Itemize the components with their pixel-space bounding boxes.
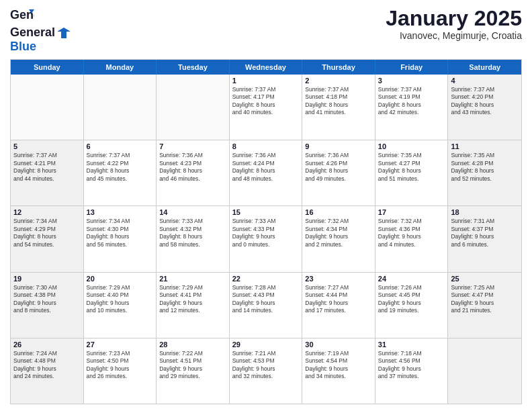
day-info: Sunrise: 7:34 AM Sunset: 4:29 PM Dayligh…	[13, 218, 81, 248]
day-info: Sunrise: 7:34 AM Sunset: 4:30 PM Dayligh…	[87, 218, 154, 248]
calendar-cell-27: 27Sunrise: 7:23 AM Sunset: 4:50 PM Dayli…	[84, 338, 157, 404]
day-number: 2	[305, 77, 372, 85]
calendar-cell-2: 2Sunrise: 7:37 AM Sunset: 4:18 PM Daylig…	[302, 75, 375, 140]
calendar-cell-empty	[11, 75, 84, 140]
calendar-cell-14: 14Sunrise: 7:33 AM Sunset: 4:32 PM Dayli…	[157, 206, 230, 271]
logo-bird-icon	[57, 26, 71, 40]
day-number: 10	[378, 142, 445, 150]
day-number: 13	[87, 208, 154, 216]
day-number: 4	[451, 77, 519, 85]
calendar-cell-19: 19Sunrise: 7:30 AM Sunset: 4:38 PM Dayli…	[11, 273, 84, 338]
day-number: 12	[13, 208, 81, 216]
day-number: 9	[305, 142, 372, 150]
calendar-cell-22: 22Sunrise: 7:28 AM Sunset: 4:43 PM Dayli…	[230, 273, 303, 338]
day-number: 24	[378, 275, 445, 283]
day-number: 7	[159, 142, 226, 150]
logo-general: General	[10, 26, 55, 40]
calendar-cell-30: 30Sunrise: 7:19 AM Sunset: 4:54 PM Dayli…	[302, 338, 375, 404]
day-info: Sunrise: 7:37 AM Sunset: 4:22 PM Dayligh…	[87, 152, 154, 183]
calendar-cell-empty	[84, 75, 157, 140]
day-number: 23	[305, 275, 372, 283]
day-number: 5	[13, 142, 81, 150]
day-info: Sunrise: 7:31 AM Sunset: 4:37 PM Dayligh…	[451, 218, 519, 248]
day-info: Sunrise: 7:33 AM Sunset: 4:32 PM Dayligh…	[159, 218, 226, 248]
calendar-cell-20: 20Sunrise: 7:29 AM Sunset: 4:40 PM Dayli…	[84, 273, 157, 338]
day-number: 8	[232, 142, 300, 150]
calendar-cell-empty	[157, 75, 230, 140]
day-info: Sunrise: 7:30 AM Sunset: 4:38 PM Dayligh…	[13, 284, 81, 315]
day-info: Sunrise: 7:28 AM Sunset: 4:43 PM Dayligh…	[232, 284, 300, 315]
day-info: Sunrise: 7:26 AM Sunset: 4:45 PM Dayligh…	[378, 284, 445, 315]
day-number: 29	[232, 340, 300, 349]
calendar-cell-17: 17Sunrise: 7:32 AM Sunset: 4:36 PM Dayli…	[375, 206, 449, 271]
day-info: Sunrise: 7:36 AM Sunset: 4:26 PM Dayligh…	[305, 152, 372, 183]
day-number: 15	[232, 208, 300, 216]
day-info: Sunrise: 7:35 AM Sunset: 4:27 PM Dayligh…	[378, 152, 445, 183]
day-info: Sunrise: 7:37 AM Sunset: 4:19 PM Dayligh…	[378, 86, 445, 117]
weekday-header-monday: Monday	[84, 60, 157, 75]
day-info: Sunrise: 7:32 AM Sunset: 4:34 PM Dayligh…	[305, 218, 372, 248]
day-info: Sunrise: 7:37 AM Sunset: 4:18 PM Dayligh…	[305, 86, 372, 117]
weekday-header-friday: Friday	[375, 60, 449, 75]
day-info: Sunrise: 7:32 AM Sunset: 4:36 PM Dayligh…	[378, 218, 445, 248]
calendar-cell-16: 16Sunrise: 7:32 AM Sunset: 4:34 PM Dayli…	[302, 206, 375, 271]
calendar-cell-18: 18Sunrise: 7:31 AM Sunset: 4:37 PM Dayli…	[448, 206, 521, 271]
day-number: 22	[232, 275, 300, 283]
day-number: 17	[378, 208, 445, 216]
calendar-cell-12: 12Sunrise: 7:34 AM Sunset: 4:29 PM Dayli…	[11, 206, 84, 271]
title-area: January 2025 Ivanovec, Megimurje, Croati…	[386, 7, 522, 41]
day-info: Sunrise: 7:37 AM Sunset: 4:17 PM Dayligh…	[232, 86, 300, 117]
day-info: Sunrise: 7:29 AM Sunset: 4:40 PM Dayligh…	[87, 284, 154, 315]
calendar-cell-28: 28Sunrise: 7:22 AM Sunset: 4:51 PM Dayli…	[157, 338, 230, 404]
calendar-cell-7: 7Sunrise: 7:36 AM Sunset: 4:23 PM Daylig…	[157, 140, 230, 205]
calendar-row-3: 19Sunrise: 7:30 AM Sunset: 4:38 PM Dayli…	[11, 272, 521, 338]
month-title: January 2025	[386, 7, 522, 30]
day-info: Sunrise: 7:37 AM Sunset: 4:20 PM Dayligh…	[451, 86, 519, 117]
day-info: Sunrise: 7:36 AM Sunset: 4:23 PM Dayligh…	[159, 152, 226, 183]
calendar-cell-26: 26Sunrise: 7:24 AM Sunset: 4:48 PM Dayli…	[11, 338, 84, 404]
day-number: 6	[87, 142, 154, 150]
day-number: 21	[159, 275, 226, 283]
calendar-cell-31: 31Sunrise: 7:18 AM Sunset: 4:56 PM Dayli…	[375, 338, 449, 404]
day-info: Sunrise: 7:22 AM Sunset: 4:51 PM Dayligh…	[159, 350, 226, 381]
calendar: SundayMondayTuesdayWednesdayThursdayFrid…	[10, 59, 522, 404]
day-info: Sunrise: 7:33 AM Sunset: 4:33 PM Dayligh…	[232, 218, 300, 248]
logo-blue: Blue	[10, 40, 36, 53]
calendar-cell-24: 24Sunrise: 7:26 AM Sunset: 4:45 PM Dayli…	[375, 273, 449, 338]
calendar-row-0: 1Sunrise: 7:37 AM Sunset: 4:17 PM Daylig…	[11, 75, 521, 140]
weekday-header-saturday: Saturday	[448, 60, 521, 75]
calendar-cell-8: 8Sunrise: 7:36 AM Sunset: 4:24 PM Daylig…	[230, 140, 303, 205]
day-info: Sunrise: 7:29 AM Sunset: 4:41 PM Dayligh…	[159, 284, 226, 315]
day-info: Sunrise: 7:37 AM Sunset: 4:21 PM Dayligh…	[13, 152, 81, 183]
weekday-header-sunday: Sunday	[11, 60, 84, 75]
weekday-header-wednesday: Wednesday	[230, 60, 303, 75]
calendar-row-2: 12Sunrise: 7:34 AM Sunset: 4:29 PM Dayli…	[11, 205, 521, 271]
calendar-cell-11: 11Sunrise: 7:35 AM Sunset: 4:28 PM Dayli…	[448, 140, 521, 205]
day-number: 11	[451, 142, 519, 150]
calendar-cell-3: 3Sunrise: 7:37 AM Sunset: 4:19 PM Daylig…	[375, 75, 449, 140]
weekday-header-thursday: Thursday	[302, 60, 375, 75]
day-info: Sunrise: 7:27 AM Sunset: 4:44 PM Dayligh…	[305, 284, 372, 315]
calendar-body: 1Sunrise: 7:37 AM Sunset: 4:17 PM Daylig…	[11, 75, 521, 404]
calendar-row-4: 26Sunrise: 7:24 AM Sunset: 4:48 PM Dayli…	[11, 338, 521, 404]
calendar-cell-empty	[448, 338, 521, 404]
day-info: Sunrise: 7:23 AM Sunset: 4:50 PM Dayligh…	[87, 350, 154, 381]
day-number: 26	[13, 340, 81, 349]
day-number: 25	[451, 275, 519, 283]
header: General General Blue January 2025 Ivanov…	[10, 7, 522, 54]
calendar-cell-15: 15Sunrise: 7:33 AM Sunset: 4:33 PM Dayli…	[230, 206, 303, 271]
day-info: Sunrise: 7:25 AM Sunset: 4:47 PM Dayligh…	[451, 284, 519, 315]
calendar-row-1: 5Sunrise: 7:37 AM Sunset: 4:21 PM Daylig…	[11, 140, 521, 205]
day-info: Sunrise: 7:24 AM Sunset: 4:48 PM Dayligh…	[13, 350, 81, 381]
calendar-header: SundayMondayTuesdayWednesdayThursdayFrid…	[11, 60, 521, 75]
calendar-cell-6: 6Sunrise: 7:37 AM Sunset: 4:22 PM Daylig…	[84, 140, 157, 205]
calendar-cell-1: 1Sunrise: 7:37 AM Sunset: 4:17 PM Daylig…	[230, 75, 303, 140]
day-number: 28	[159, 340, 226, 349]
day-info: Sunrise: 7:36 AM Sunset: 4:24 PM Dayligh…	[232, 152, 300, 183]
page: General General Blue January 2025 Ivanov…	[0, 0, 532, 411]
day-number: 19	[13, 275, 81, 283]
weekday-header-tuesday: Tuesday	[157, 60, 230, 75]
day-number: 16	[305, 208, 372, 216]
calendar-cell-25: 25Sunrise: 7:25 AM Sunset: 4:47 PM Dayli…	[448, 273, 521, 338]
calendar-cell-9: 9Sunrise: 7:36 AM Sunset: 4:26 PM Daylig…	[302, 140, 375, 205]
